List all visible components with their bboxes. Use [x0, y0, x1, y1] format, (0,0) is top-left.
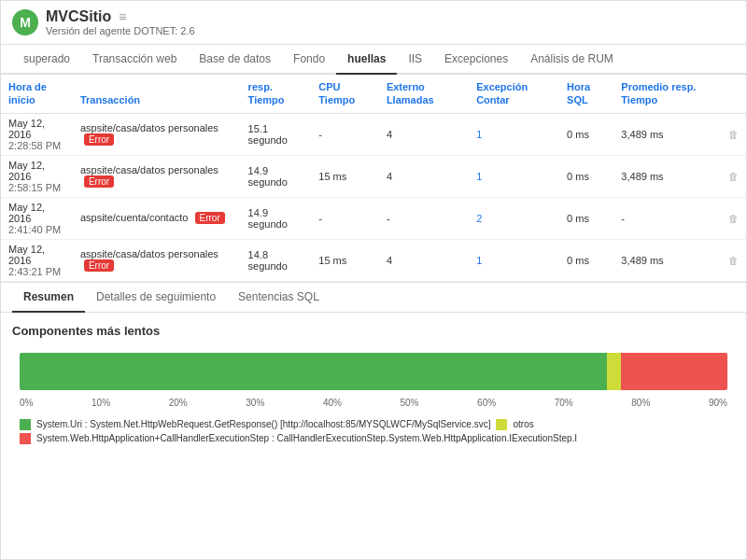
cell-cpu-time: 15 ms — [311, 239, 379, 281]
chart-title: Componentes más lentos — [12, 324, 735, 338]
bottom-tabs: Resumen Detalles de seguimiento Sentenci… — [1, 283, 746, 313]
cell-external: 4 — [379, 239, 469, 281]
transaction-text: aspsite/casa/datos personales — [80, 248, 218, 259]
legend-label-2: System.Web.HttpApplication+CallHandlerEx… — [36, 433, 577, 443]
bar-segment-1 — [607, 353, 621, 390]
cell-resp-time: 14.9 segundo — [241, 155, 312, 197]
error-badge: Error — [84, 133, 114, 146]
cell-transaction: aspsite/casa/datos personales Error — [73, 155, 241, 197]
delete-icon[interactable]: 🗑 — [728, 129, 739, 140]
bar-segment-0 — [20, 353, 607, 390]
legend-item-0: System.Uri : System.Net.HttpWebRequest.G… — [20, 419, 490, 430]
delete-icon[interactable]: 🗑 — [728, 213, 739, 224]
nav-item-huellas[interactable]: huellas — [336, 45, 397, 75]
x-label-6: 60% — [477, 398, 496, 408]
x-label-0: 0% — [20, 398, 33, 408]
bottom-section: Resumen Detalles de seguimiento Sentenci… — [1, 282, 746, 559]
col-hora-sql: Hora SQL — [559, 75, 613, 113]
col-resp-tiempo: resp. Tiempo — [241, 75, 312, 113]
col-excepcion: Excepción Contar — [469, 75, 559, 113]
tab-resumen[interactable]: Resumen — [12, 283, 85, 313]
transaction-text: aspsite/casa/datos personales — [80, 122, 218, 133]
nav-item-iis[interactable]: IIS — [397, 45, 433, 75]
cell-delete[interactable]: 🗑 — [721, 155, 746, 197]
cell-hora-sql: 0 ms — [559, 239, 613, 281]
nav-item-fondo[interactable]: Fondo — [282, 45, 336, 75]
legend-label-1: otros — [513, 419, 533, 429]
row-time: 2:41:40 PM — [8, 224, 65, 235]
cell-date: May 12, 2016 2:41:40 PM — [1, 197, 73, 239]
nav-item-excepciones[interactable]: Excepciones — [433, 45, 519, 75]
cell-external: 4 — [379, 155, 469, 197]
nav-item-superado[interactable]: superado — [12, 45, 81, 75]
legend: System.Uri : System.Net.HttpWebRequest.G… — [20, 419, 727, 444]
cell-delete[interactable]: 🗑 — [721, 113, 746, 155]
col-externo: Externo Llamadas — [379, 75, 469, 113]
row-date: May 12, 2016 — [8, 118, 65, 140]
cell-external: - — [379, 197, 469, 239]
table-row: May 12, 2016 2:28:58 PM aspsite/casa/dat… — [1, 113, 746, 155]
menu-icon[interactable]: ≡ — [119, 9, 126, 24]
x-label-2: 20% — [169, 398, 188, 408]
cell-resp-time: 14.8 segundo — [241, 239, 312, 281]
legend-item-1: otros — [496, 419, 533, 430]
error-badge: Error — [84, 259, 114, 272]
nav-item-transaccion[interactable]: Transacción web — [81, 45, 188, 75]
cell-exception: 2 — [469, 197, 559, 239]
cell-exception: 1 — [469, 239, 559, 281]
x-label-9: 90% — [709, 398, 727, 408]
row-date: May 12, 2016 — [8, 160, 65, 182]
nav-item-basedatos[interactable]: Base de datos — [188, 45, 282, 75]
cell-hora-sql: 0 ms — [559, 113, 613, 155]
error-badge: Error — [84, 175, 114, 188]
cell-hora-sql: 0 ms — [559, 197, 613, 239]
col-hora-inicio: Hora de inicio — [1, 75, 73, 113]
app-icon: M — [12, 9, 38, 35]
row-time: 2:58:15 PM — [8, 182, 65, 193]
cell-date: May 12, 2016 2:28:58 PM — [1, 113, 73, 155]
table-area: Hora de inicio Transacción resp. Tiempo … — [1, 75, 746, 282]
chart-container: 0%10%20%30%40%50%60%70%80%90% System.Uri… — [12, 353, 735, 444]
cell-date: May 12, 2016 2:58:15 PM — [1, 155, 73, 197]
cell-date: May 12, 2016 2:43:21 PM — [1, 239, 73, 281]
x-axis: 0%10%20%30%40%50%60%70%80%90% — [20, 398, 727, 408]
cell-transaction: aspsite/cuenta/contacto Error — [73, 197, 241, 239]
x-label-8: 80% — [631, 398, 650, 408]
delete-icon[interactable]: 🗑 — [728, 255, 739, 266]
app-subtitle: Versión del agente DOTNET: 2.6 — [46, 25, 195, 36]
cell-exception: 1 — [469, 155, 559, 197]
table-row: May 12, 2016 2:41:40 PM aspsite/cuenta/c… — [1, 197, 746, 239]
cell-avg-resp: - — [613, 197, 721, 239]
transaction-text: aspsite/casa/datos personales — [80, 164, 218, 175]
cell-resp-time: 15.1 segundo — [241, 113, 312, 155]
bar-chart — [20, 353, 727, 390]
cell-cpu-time: - — [311, 197, 379, 239]
header: M MVCSitio ≡ Versión del agente DOTNET: … — [1, 1, 746, 45]
delete-icon[interactable]: 🗑 — [728, 171, 739, 182]
cell-external: 4 — [379, 113, 469, 155]
header-title-block: MVCSitio ≡ Versión del agente DOTNET: 2.… — [46, 8, 195, 36]
cell-avg-resp: 3,489 ms — [613, 155, 721, 197]
bar-track — [20, 353, 727, 390]
cell-cpu-time: 15 ms — [311, 155, 379, 197]
row-date: May 12, 2016 — [8, 202, 65, 224]
app-container: M MVCSitio ≡ Versión del agente DOTNET: … — [0, 0, 747, 560]
cell-transaction: aspsite/casa/datos personales Error — [73, 113, 241, 155]
cell-hora-sql: 0 ms — [559, 155, 613, 197]
cell-delete[interactable]: 🗑 — [721, 197, 746, 239]
table-row: May 12, 2016 2:43:21 PM aspsite/casa/dat… — [1, 239, 746, 281]
x-label-1: 10% — [92, 398, 110, 408]
x-label-4: 40% — [323, 398, 342, 408]
x-label-7: 70% — [555, 398, 573, 408]
cell-resp-time: 14.9 segundo — [241, 197, 312, 239]
row-time: 2:28:58 PM — [8, 140, 65, 151]
cell-delete[interactable]: 🗑 — [721, 239, 746, 281]
cell-avg-resp: 3,489 ms — [613, 113, 721, 155]
legend-label-0: System.Uri : System.Net.HttpWebRequest.G… — [36, 419, 490, 429]
tab-sentencias[interactable]: Sentencias SQL — [227, 283, 331, 313]
tab-detalles[interactable]: Detalles de seguimiento — [85, 283, 227, 313]
bottom-content: Componentes más lentos 0%10%20%30%40%50%… — [1, 313, 746, 559]
row-time: 2:43:21 PM — [8, 266, 65, 277]
col-actions — [721, 75, 746, 113]
nav-item-rum[interactable]: Análisis de RUM — [519, 45, 625, 75]
